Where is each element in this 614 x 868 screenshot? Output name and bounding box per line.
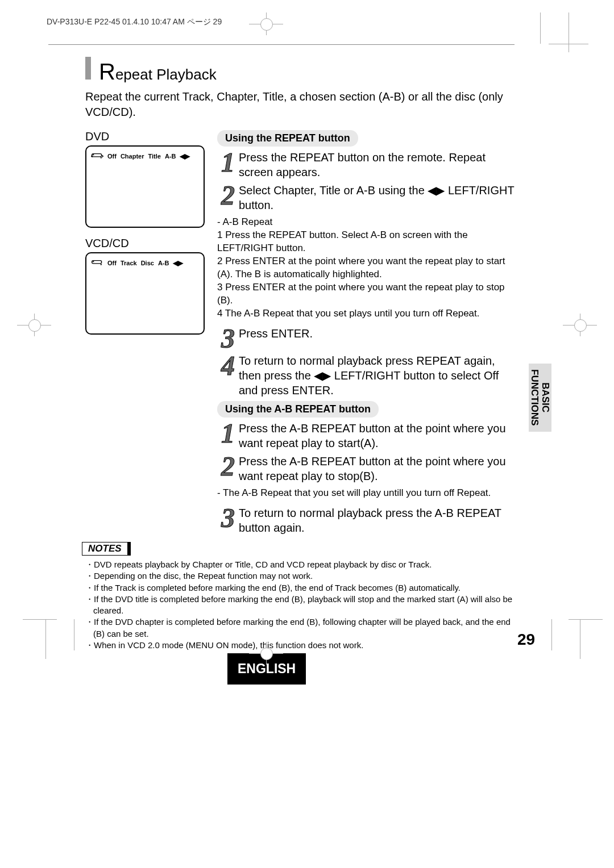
vcd-track: Track	[121, 260, 137, 266]
sub-line: - A-B Repeat	[217, 216, 517, 229]
step-text: To return to normal playback press the A…	[239, 506, 517, 535]
step-text: Press the A-B REPEAT button at the point…	[239, 454, 517, 483]
left-right-arrows-icon: ◀▶	[180, 152, 190, 160]
print-header: DV-P313U-E P22-45 01.4.10 10:47 AM ページ 2…	[47, 17, 222, 27]
step-text: To return to normal playback press REPEA…	[239, 353, 517, 398]
step-number: 2	[217, 454, 239, 478]
section-a-heading: Using the REPEAT button	[217, 130, 358, 147]
vcd-label: VCD/CD	[85, 237, 205, 250]
note-item: ・If the DVD chapter is completed before …	[85, 616, 517, 640]
side-tab-line1: BASIC	[541, 383, 551, 413]
note-item: ・When in VCD 2.0 mode (MENU ON mode), th…	[85, 640, 517, 651]
page-border	[48, 44, 515, 45]
note-item: ・Depending on the disc, the Repeat funct…	[85, 570, 517, 582]
note-item: ・DVD repeats playback by Chapter or Titl…	[85, 559, 517, 570]
step-number: 2	[217, 183, 239, 207]
title-rest: epeat Playback	[115, 66, 217, 84]
crop-mark-top	[255, 12, 277, 35]
step-number: 4	[217, 353, 239, 378]
step-text: Select Chapter, Title or A-B using the ◀…	[239, 183, 517, 212]
left-column: DVD Off Chapter Title A-B ◀▶ VCD/CD Off …	[85, 130, 205, 344]
repeat-icon	[91, 260, 103, 266]
dvd-box: Off Chapter Title A-B ◀▶	[85, 145, 205, 228]
left-right-arrows-icon: ◀▶	[173, 259, 183, 267]
note-item: ・If the Track is completed before markin…	[85, 582, 517, 594]
title-first-letter: R	[99, 59, 115, 85]
page-title: Repeat Playback	[85, 57, 517, 85]
ab-repeat-sub: - A-B Repeat 1 Press the REPEAT button. …	[217, 216, 517, 320]
step-number: 3	[217, 506, 239, 530]
vcd-disc: Disc	[141, 260, 154, 266]
note-item: ・If the DVD title is completed before ma…	[85, 594, 517, 617]
title-accent-bar	[85, 57, 91, 80]
vcd-off: Off	[107, 260, 117, 266]
right-column: Using the REPEAT button 1Press the REPEA…	[217, 130, 517, 539]
dvd-title: Title	[148, 153, 160, 160]
sub-line: 3 Press ENTER at the point where you wan…	[217, 281, 517, 307]
step-number: 1	[217, 421, 239, 445]
step-text: Press ENTER.	[239, 326, 313, 341]
section-b-heading: Using the A-B REPEAT button	[217, 401, 379, 418]
crop-mark-bottom	[255, 642, 277, 665]
ab-note: - The A-B Repeat that you set will play …	[217, 487, 517, 500]
intro-text: Repeat the current Track, Chapter, Title…	[85, 89, 517, 120]
dvd-off: Off	[107, 153, 117, 160]
sub-line: 1 Press the REPEAT button. Select A-B on…	[217, 229, 517, 255]
side-tab-line2: FUNCTIONS	[530, 369, 541, 425]
page-number: 29	[517, 631, 535, 649]
sub-line: 4 The A-B Repeat that you set plays unti…	[217, 307, 517, 320]
step-text: Press the REPEAT button on the remote. R…	[239, 150, 517, 180]
notes-label: NOTES	[82, 542, 131, 556]
step-text: Press the A-B REPEAT button at the point…	[239, 421, 517, 450]
step-number: 1	[217, 150, 239, 174]
sub-line: 2 Press ENTER at the point where you wan…	[217, 255, 517, 281]
side-tab: BASIC FUNCTIONS	[529, 364, 551, 432]
page-content: Repeat Playback Repeat the current Track…	[85, 57, 517, 651]
vcd-ab: A-B	[158, 260, 169, 266]
notes-section: NOTES ・DVD repeats playback by Chapter o…	[85, 542, 517, 651]
repeat-icon	[91, 153, 103, 160]
step-number: 3	[217, 326, 239, 350]
vcd-box: Off Track Disc A-B ◀▶	[85, 252, 205, 335]
dvd-ab: A-B	[165, 153, 176, 160]
dvd-label: DVD	[85, 130, 205, 143]
dvd-chapter: Chapter	[121, 153, 144, 160]
